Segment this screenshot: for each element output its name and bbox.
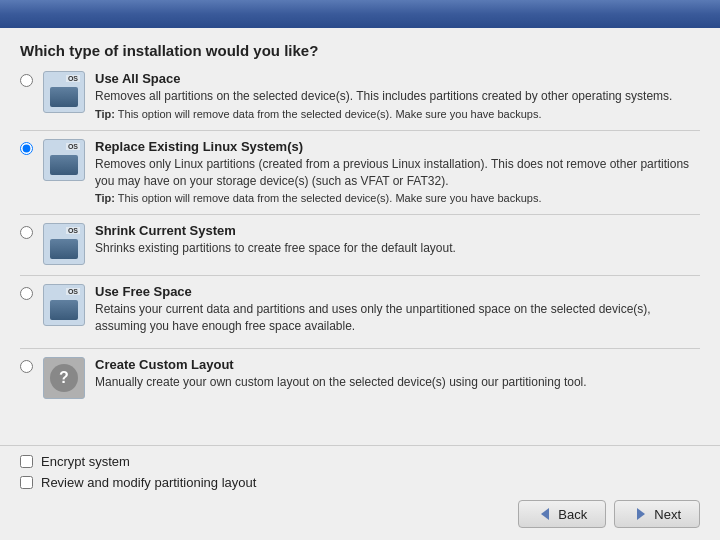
back-icon (537, 506, 553, 522)
checkboxes-container: Encrypt systemReview and modify partitio… (20, 454, 700, 490)
radio-use-free-space[interactable] (20, 287, 33, 300)
next-label: Next (654, 507, 681, 522)
option-row-shrink-current: OSShrink Current SystemShrinks existing … (20, 223, 700, 265)
option-desc-use-all-space: Removes all partitions on the selected d… (95, 88, 700, 105)
option-row-use-free-space: OSUse Free SpaceRetains your current dat… (20, 284, 700, 338)
checkbox-row-review-partitioning: Review and modify partitioning layout (20, 475, 700, 490)
option-tip-use-all-space: Tip: This option will remove data from t… (95, 108, 700, 120)
option-title-shrink-current: Shrink Current System (95, 223, 700, 238)
option-text-replace-existing: Replace Existing Linux System(s)Removes … (95, 139, 700, 205)
option-text-use-free-space: Use Free SpaceRetains your current data … (95, 284, 700, 338)
option-row-create-custom: ?Create Custom LayoutManually create you… (20, 357, 700, 399)
checkbox-review-partitioning[interactable] (20, 476, 33, 489)
icon-replace-existing: OS (43, 139, 85, 181)
checkbox-label-review-partitioning: Review and modify partitioning layout (41, 475, 256, 490)
top-bar (0, 0, 720, 28)
option-title-replace-existing: Replace Existing Linux System(s) (95, 139, 700, 154)
next-button[interactable]: Next (614, 500, 700, 528)
bottom-section: Encrypt systemReview and modify partitio… (0, 445, 720, 540)
main-content: Which type of installation would you lik… (0, 28, 720, 445)
icon-use-free-space: OS (43, 284, 85, 326)
option-desc-use-free-space: Retains your current data and partitions… (95, 301, 700, 335)
option-tip-replace-existing: Tip: This option will remove data from t… (95, 192, 700, 204)
option-desc-replace-existing: Removes only Linux partitions (created f… (95, 156, 700, 190)
option-text-use-all-space: Use All SpaceRemoves all partitions on t… (95, 71, 700, 120)
checkbox-row-encrypt-system: Encrypt system (20, 454, 700, 469)
radio-replace-existing[interactable] (20, 142, 33, 155)
option-row-use-all-space: OSUse All SpaceRemoves all partitions on… (20, 71, 700, 120)
back-label: Back (558, 507, 587, 522)
option-desc-create-custom: Manually create your own custom layout o… (95, 374, 700, 391)
next-icon (633, 506, 649, 522)
checkbox-label-encrypt-system: Encrypt system (41, 454, 130, 469)
option-title-use-all-space: Use All Space (95, 71, 700, 86)
icon-shrink-current: OS (43, 223, 85, 265)
option-text-shrink-current: Shrink Current SystemShrinks existing pa… (95, 223, 700, 260)
checkbox-encrypt-system[interactable] (20, 455, 33, 468)
page-title: Which type of installation would you lik… (20, 42, 700, 59)
option-row-replace-existing: OSReplace Existing Linux System(s)Remove… (20, 139, 700, 205)
option-title-use-free-space: Use Free Space (95, 284, 700, 299)
back-button[interactable]: Back (518, 500, 606, 528)
option-text-create-custom: Create Custom LayoutManually create your… (95, 357, 700, 394)
icon-create-custom: ? (43, 357, 85, 399)
option-desc-shrink-current: Shrinks existing partitions to create fr… (95, 240, 700, 257)
button-row: Back Next (20, 500, 700, 528)
options-container: OSUse All SpaceRemoves all partitions on… (20, 71, 700, 399)
radio-use-all-space[interactable] (20, 74, 33, 87)
option-title-create-custom: Create Custom Layout (95, 357, 700, 372)
icon-use-all-space: OS (43, 71, 85, 113)
radio-shrink-current[interactable] (20, 226, 33, 239)
radio-create-custom[interactable] (20, 360, 33, 373)
